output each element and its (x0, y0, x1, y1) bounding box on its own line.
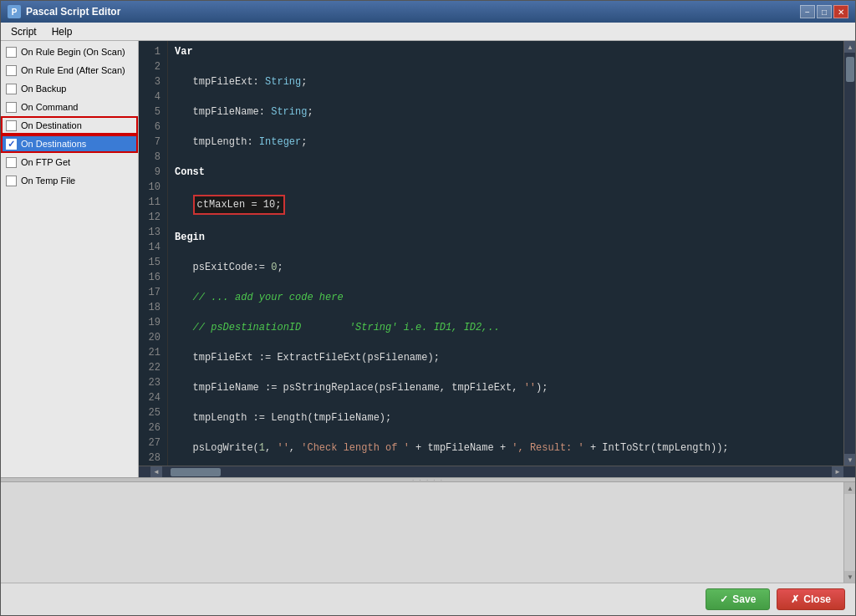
sidebar-item-on-backup[interactable]: On Backup (1, 79, 138, 98)
vertical-scrollbar[interactable]: ▲ ▼ (843, 41, 855, 466)
bottom-scroll-up[interactable]: ▲ (844, 482, 855, 494)
editor-area: 12345 678910 1112131415 1617181920 21222… (139, 41, 855, 477)
checkbox-on-destinations[interactable] (6, 139, 17, 150)
bottom-panel: ▲ ▼ (1, 482, 855, 583)
menu-script[interactable]: Script (4, 24, 43, 39)
sidebar-item-on-ftp-get[interactable]: On FTP Get (1, 153, 138, 171)
close-label: Close (803, 593, 831, 605)
close-button[interactable]: ✗ Close (777, 588, 845, 610)
menu-bar: Script Help (1, 23, 855, 41)
checkbox-on-rule-begin[interactable] (6, 47, 17, 58)
menu-help[interactable]: Help (45, 24, 79, 39)
code-container[interactable]: 12345 678910 1112131415 1617181920 21222… (139, 41, 843, 466)
sidebar-item-on-temp-file[interactable]: On Temp File (1, 171, 138, 190)
maximize-button[interactable]: □ (817, 5, 832, 18)
close-x-icon: ✗ (791, 593, 799, 605)
title-bar: P Pascal Script Editor − □ ✕ (1, 1, 855, 23)
sidebar-item-on-destinations[interactable]: On Destinations (1, 135, 138, 153)
checkbox-on-ftp-get[interactable] (6, 157, 17, 168)
window-close-button[interactable]: ✕ (833, 5, 848, 18)
scroll-thumb[interactable] (846, 57, 854, 82)
bottom-scroll-track (844, 494, 855, 571)
scroll-right-button[interactable]: ► (832, 466, 843, 478)
checkbox-on-command[interactable] (6, 102, 17, 113)
save-label: Save (732, 593, 756, 605)
checkbox-on-destination[interactable] (6, 120, 17, 131)
minimize-button[interactable]: − (800, 5, 815, 18)
footer: ✓ Save ✗ Close (1, 583, 855, 615)
code-editor[interactable]: Var tmpFileExt: String; tmpFileName: Str… (168, 41, 843, 466)
sidebar-item-on-command[interactable]: On Command (1, 98, 138, 116)
app-icon: P (8, 5, 21, 18)
window-title: Pascal Script Editor (26, 6, 120, 18)
main-area: On Rule Begin (On Scan) On Rule End (Aft… (1, 41, 855, 477)
save-checkmark-icon: ✓ (720, 593, 728, 605)
checkbox-on-temp-file[interactable] (6, 176, 17, 186)
checkbox-on-rule-end[interactable] (6, 65, 17, 76)
checkbox-on-backup[interactable] (6, 84, 17, 94)
sidebar-item-on-destination[interactable]: On Destination (1, 116, 138, 135)
h-scroll-thumb[interactable] (171, 468, 221, 476)
h-scroll-track (162, 468, 832, 476)
sidebar-item-on-rule-begin[interactable]: On Rule Begin (On Scan) (1, 43, 138, 61)
sidebar-item-on-rule-end[interactable]: On Rule End (After Scan) (1, 61, 138, 79)
scroll-left-button[interactable]: ◄ (150, 466, 162, 478)
title-bar-left: P Pascal Script Editor (8, 5, 120, 18)
horizontal-scrollbar[interactable]: ◄ ► (139, 466, 855, 477)
scroll-down-button[interactable]: ▼ (844, 454, 855, 466)
scroll-up-button[interactable]: ▲ (844, 41, 855, 53)
bottom-scroll-down[interactable]: ▼ (844, 571, 855, 583)
title-controls: − □ ✕ (800, 5, 848, 18)
save-button[interactable]: ✓ Save (706, 588, 770, 610)
scroll-track (844, 53, 855, 454)
main-window: P Pascal Script Editor − □ ✕ Script Help… (0, 0, 856, 616)
bottom-right-scrollbar[interactable]: ▲ ▼ (843, 482, 855, 583)
line-numbers: 12345 678910 1112131415 1617181920 21222… (139, 41, 168, 466)
sidebar: On Rule Begin (On Scan) On Rule End (Aft… (1, 41, 139, 477)
